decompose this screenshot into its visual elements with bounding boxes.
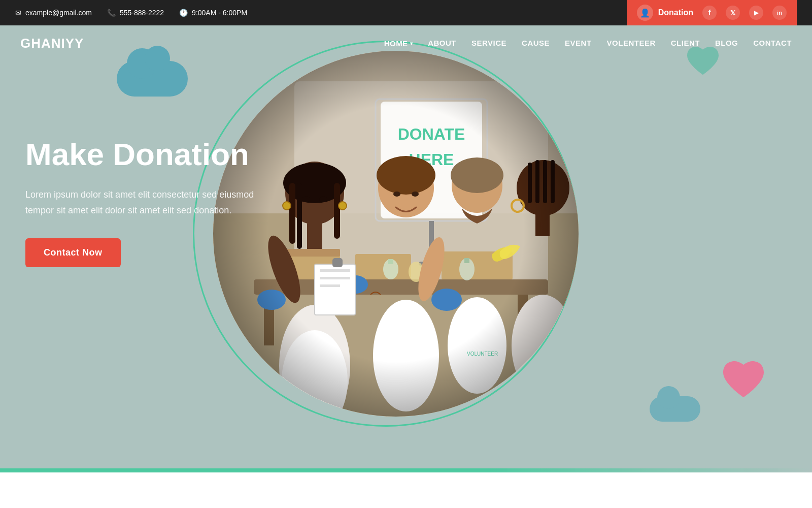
topbar-right: 👤 Donation f 𝕏 ▶ in: [627, 0, 797, 25]
topbar-contact-info: ✉ example@gmail.com 📞 555-888-2222 🕐 9:0…: [15, 9, 247, 17]
nav-about[interactable]: ABOUT: [428, 39, 456, 48]
nav-home-link[interactable]: HOME ▾: [384, 39, 413, 48]
hours-text: 9:00AM - 6:00PM: [192, 9, 247, 17]
hero-section: DONATE HERE: [0, 25, 812, 472]
nav-blog[interactable]: BLOG: [715, 39, 738, 48]
nav-links: HOME ▾ ABOUT SERVICE CAUSE EVENT VOLENTE…: [384, 39, 792, 48]
email-text: example@gmail.com: [25, 9, 92, 17]
twitter-icon[interactable]: 𝕏: [726, 6, 740, 20]
topbar-email: ✉ example@gmail.com: [15, 9, 92, 17]
clock-icon: 🕐: [179, 9, 188, 17]
nav-cause[interactable]: CAUSE: [522, 39, 550, 48]
nav-volenteer[interactable]: VOLENTEER: [607, 39, 656, 48]
contact-now-button[interactable]: Contact Now: [25, 238, 121, 267]
linkedin-icon[interactable]: in: [772, 6, 787, 20]
chevron-down-icon: ▾: [410, 41, 413, 46]
nav-home[interactable]: HOME ▾: [384, 39, 413, 48]
cloud-decoration-1: [117, 61, 188, 97]
nav-service[interactable]: SERVICE: [471, 39, 506, 48]
envelope-icon: ✉: [15, 9, 21, 17]
cloud-decoration-2: [650, 396, 700, 422]
topbar-phone: 📞 555-888-2222: [107, 9, 164, 17]
bottom-accent-line: [0, 468, 812, 472]
nav-contact[interactable]: CONTACT: [753, 39, 792, 48]
topbar: ✉ example@gmail.com 📞 555-888-2222 🕐 9:0…: [0, 0, 812, 25]
facebook-icon[interactable]: f: [702, 6, 717, 20]
donation-label: 👤 Donation: [637, 5, 693, 21]
phone-text: 555-888-2222: [120, 9, 164, 17]
topbar-hours: 🕐 9:00AM - 6:00PM: [179, 9, 247, 17]
nav-client[interactable]: CLIENT: [671, 39, 700, 48]
user-icon: 👤: [637, 5, 653, 21]
hero-title: Make Donation: [25, 137, 269, 172]
youtube-icon[interactable]: ▶: [749, 6, 763, 20]
hero-description: Lorem ipsum dolor sit amet elit consecte…: [25, 187, 269, 218]
phone-icon: 📞: [107, 9, 116, 17]
nav-event[interactable]: EVENT: [565, 39, 592, 48]
navbar: GHANIYY HOME ▾ ABOUT SERVICE CAUSE EVENT…: [0, 25, 812, 61]
heart-decoration-pink: [721, 361, 766, 411]
hero-content: Make Donation Lorem ipsum dolor sit amet…: [25, 137, 269, 267]
site-logo[interactable]: GHANIYY: [20, 36, 84, 51]
